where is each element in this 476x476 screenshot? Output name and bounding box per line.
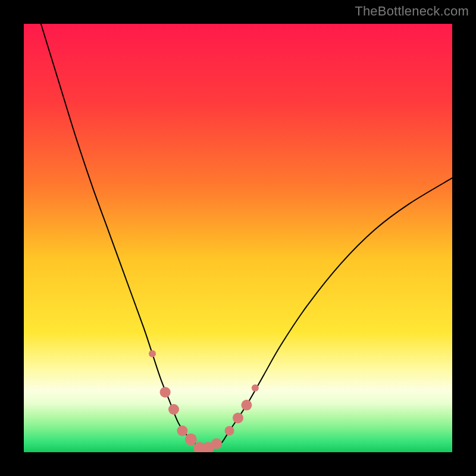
marker-point <box>160 387 171 397</box>
marker-point <box>177 425 187 436</box>
marker-point <box>211 439 222 449</box>
marker-point <box>225 426 234 436</box>
marker-point <box>233 412 243 423</box>
plot-area <box>24 24 452 452</box>
bottleneck-curve <box>41 24 452 449</box>
marker-point <box>252 384 259 392</box>
marker-point <box>149 350 156 357</box>
marker-group <box>149 350 259 452</box>
chart-stage: TheBottleneck.com <box>0 0 476 476</box>
marker-point <box>168 404 179 415</box>
marker-point <box>185 433 197 445</box>
watermark-text: TheBottleneck.com <box>355 4 469 19</box>
curve-layer <box>24 24 452 452</box>
marker-point <box>241 400 252 411</box>
